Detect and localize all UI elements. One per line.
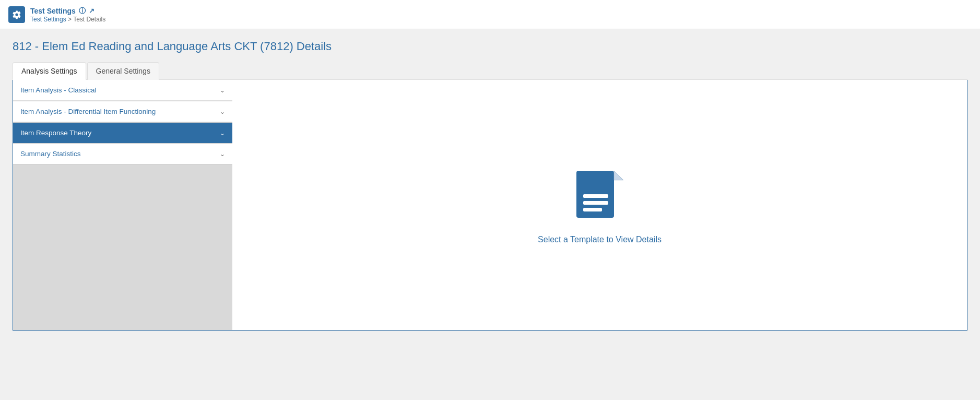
accordion-header-irt[interactable]: Item Response Theory ⌄ [13, 123, 232, 143]
select-template-label: Select a Template to View Details [538, 235, 662, 244]
accordion-label-dif: Item Analysis - Differential Item Functi… [20, 108, 156, 115]
chevron-icon-summary: ⌄ [220, 150, 225, 158]
gear-icon [12, 10, 21, 19]
doc-icon-wrapper [574, 166, 626, 225]
sidebar-empty-space [13, 165, 232, 269]
accordion-item-classical: Item Analysis - Classical ⌄ [13, 80, 232, 101]
help-icon[interactable]: ⓘ [79, 6, 86, 16]
app-title: Test Settings [30, 7, 76, 15]
svg-rect-5 [583, 208, 602, 211]
tab-general-settings[interactable]: General Settings [87, 62, 159, 80]
svg-rect-4 [583, 201, 608, 205]
chevron-icon-dif: ⌄ [220, 108, 225, 115]
breadcrumb-current: Test Details [73, 16, 105, 23]
accordion-label-summary: Summary Statistics [20, 150, 81, 158]
page-title: 812 - Elem Ed Reading and Language Arts … [13, 40, 967, 53]
main-content: 812 - Elem Ed Reading and Language Arts … [0, 29, 980, 341]
top-bar: Test Settings ⓘ ↗ Test Settings > Test D… [0, 0, 980, 29]
top-bar-info: Test Settings ⓘ ↗ Test Settings > Test D… [30, 6, 105, 23]
breadcrumb: Test Settings > Test Details [30, 16, 105, 23]
accordion-item-summary: Summary Statistics ⌄ [13, 144, 232, 165]
document-icon [574, 166, 626, 223]
accordion-header-dif[interactable]: Item Analysis - Differential Item Functi… [13, 101, 232, 122]
app-logo [8, 6, 25, 23]
accordion-label-irt: Item Response Theory [20, 129, 91, 137]
accordion-item-irt: Item Response Theory ⌄ [13, 123, 232, 144]
right-panel: Select a Template to View Details [232, 80, 967, 330]
breadcrumb-separator: > [68, 16, 73, 23]
sidebar: Item Analysis - Classical ⌄ Item Analysi… [13, 80, 232, 330]
tab-analysis-settings[interactable]: Analysis Settings [13, 62, 86, 80]
chevron-icon-irt: ⌄ [220, 130, 225, 137]
chevron-icon-classical: ⌄ [220, 87, 225, 94]
accordion-header-summary[interactable]: Summary Statistics ⌄ [13, 144, 232, 164]
accordion-item-dif: Item Analysis - Differential Item Functi… [13, 101, 232, 123]
app-title-row: Test Settings ⓘ ↗ [30, 6, 105, 16]
svg-rect-3 [583, 194, 608, 198]
accordion-label-classical: Item Analysis - Classical [20, 86, 97, 94]
accordion-header-classical[interactable]: Item Analysis - Classical ⌄ [13, 80, 232, 101]
panel-container: Item Analysis - Classical ⌄ Item Analysi… [13, 80, 967, 331]
tabs-bar: Analysis Settings General Settings [13, 62, 967, 80]
external-link-icon[interactable]: ↗ [89, 7, 95, 15]
breadcrumb-parent[interactable]: Test Settings [30, 16, 66, 23]
